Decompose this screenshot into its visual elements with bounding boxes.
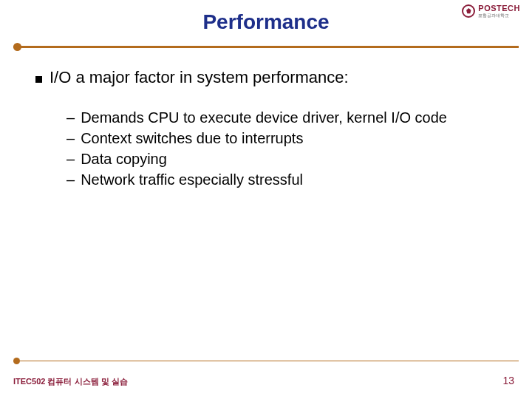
slide-title: Performance <box>0 10 532 34</box>
square-bullet-icon <box>35 76 42 83</box>
sub-bullet: – Data copying <box>66 149 502 168</box>
footer: ITEC502 컴퓨터 시스템 및 실습 13 <box>13 375 514 387</box>
header: POSTECH 포항공과대학교 Performance <box>0 0 532 50</box>
logo-sub-text: 포항공과대학교 <box>478 13 520 18</box>
dash-bullet-icon: – <box>66 149 75 168</box>
header-rule <box>13 43 519 50</box>
rule-line <box>13 361 519 361</box>
dash-bullet-icon: – <box>66 129 75 148</box>
logo-main-text: POSTECH <box>478 4 520 13</box>
course-code: ITEC502 컴퓨터 시스템 및 실습 <box>13 376 128 387</box>
sub-bullet: – Context switches due to interrupts <box>66 129 502 148</box>
rule-line <box>13 46 519 48</box>
dash-bullet-icon: – <box>66 108 75 127</box>
sub-bullet: – Network traffic especially stressful <box>66 170 502 189</box>
slide: POSTECH 포항공과대학교 Performance I/O a major … <box>0 0 532 399</box>
page-number: 13 <box>502 375 514 386</box>
sub-bullet-list: – Demands CPU to execute device driver, … <box>66 108 502 189</box>
dash-bullet-icon: – <box>66 170 75 189</box>
sub-bullet-text: Data copying <box>81 149 167 168</box>
sub-bullet-text: Demands CPU to execute device driver, ke… <box>81 108 447 127</box>
sub-bullet: – Demands CPU to execute device driver, … <box>66 108 502 127</box>
footer-rule <box>13 358 519 365</box>
logo-text: POSTECH 포항공과대학교 <box>478 4 520 18</box>
sub-bullet-text: Context switches due to interrupts <box>81 129 303 148</box>
main-bullet: I/O a major factor in system performance… <box>35 68 502 87</box>
main-bullet-text: I/O a major factor in system performance… <box>50 68 349 87</box>
logo-mark-icon <box>462 4 475 18</box>
institution-logo: POSTECH 포항공과대학교 <box>462 4 520 18</box>
sub-bullet-text: Network traffic especially stressful <box>81 170 303 189</box>
slide-body: I/O a major factor in system performance… <box>0 50 532 189</box>
